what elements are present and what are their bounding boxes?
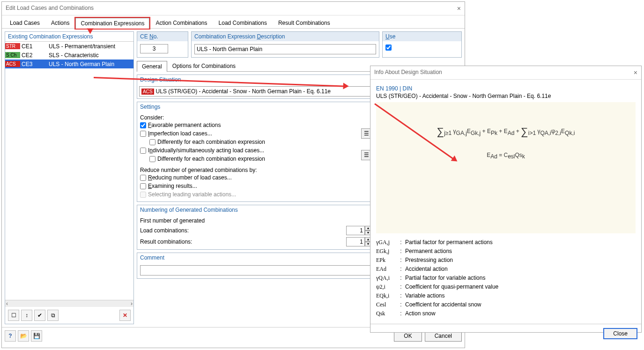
cb-examining[interactable]	[140, 183, 146, 189]
ce-list[interactable]: STR CE1 ULS - Permanent/transient S Ch C…	[5, 42, 133, 300]
legend-sym: γGA,j	[376, 239, 397, 246]
tab-load-cases[interactable]: Load Cases	[5, 17, 45, 28]
cb-diff1[interactable]	[149, 139, 155, 145]
use-checkbox[interactable]	[385, 45, 392, 51]
badge-str: STR	[5, 43, 20, 49]
consider-label: Consider:	[140, 114, 371, 121]
copy-icon[interactable]: ⧉	[47, 310, 59, 321]
ce-code: CE2	[22, 52, 49, 59]
close-icon[interactable]: ×	[634, 69, 637, 76]
num-title: Numbering of Generated Combinations	[137, 205, 374, 215]
legend-sym: EPk	[376, 257, 397, 264]
desc-panel: Combination Expression Description	[191, 31, 379, 58]
ceno-input[interactable]	[140, 44, 168, 53]
main-tabs: Load Cases Actions Combination Expressio…	[2, 15, 465, 29]
cb-individually[interactable]	[140, 148, 146, 154]
result-spinner[interactable]: ▲▼	[346, 237, 371, 246]
legend-def: Prestressing action	[405, 257, 636, 264]
legend-def: Coefficient for accidental snow	[405, 301, 636, 308]
ceno-label: CE No.	[140, 33, 158, 40]
tab-actions[interactable]: Actions	[46, 17, 74, 28]
legend-def: Partial factor for permanent actions	[405, 239, 636, 246]
close-icon[interactable]: ×	[457, 5, 461, 12]
lbl-reducing: Reducing number of load cases...	[148, 174, 232, 181]
cb-diff2[interactable]	[149, 156, 155, 162]
legend-def: Permanent actions	[405, 248, 636, 255]
lbl-selecting: Selecting leading variable actions...	[148, 191, 236, 198]
ce-desc: ULS - Permanent/transient	[49, 43, 133, 50]
use-panel: Use	[382, 31, 462, 58]
legend-def: Coefficient for quasi-permanent value	[405, 283, 636, 290]
cb-selecting	[140, 192, 146, 198]
result-spin-input[interactable]	[346, 237, 365, 246]
legend-def: Partial factor for variable actions	[405, 275, 636, 282]
ce-row-2[interactable]: S Ch CE2 SLS - Characteristic	[5, 51, 133, 60]
legend-def: Variable actions	[405, 292, 636, 299]
load-spin-input[interactable]	[346, 226, 365, 235]
check-icon[interactable]: ✔	[34, 310, 45, 321]
new-icon[interactable]: ☐	[8, 310, 19, 321]
ce-desc: SLS - Characteristic	[49, 52, 133, 59]
badge-sch: S Ch	[5, 52, 20, 58]
subtab-options[interactable]: Options for Combinations	[167, 60, 241, 71]
formula-1: ∑j≥1 γGA,jEGk,j + EPk + EAd + ∑i>1 γQA,i…	[395, 126, 617, 138]
lbl-diff1: Differently for each combination express…	[157, 139, 265, 145]
existing-panel: Existing Combination Expressions STR CE1…	[5, 31, 134, 324]
header-row: CE No. Combination Expression Descriptio…	[137, 31, 462, 58]
existing-title: Existing Combination Expressions	[5, 32, 133, 42]
library-icon[interactable]: 📂	[18, 330, 29, 342]
info-hdr1: EN 1990 | DIN	[376, 85, 636, 92]
ce-code: CE1	[22, 43, 49, 50]
lbl-individually: Individually/simultaneously acting load …	[148, 147, 264, 154]
ce-desc: ULS - North German Plain	[49, 61, 133, 67]
settings-title: Settings	[137, 102, 374, 112]
legend-sym: EQk,i	[376, 292, 397, 299]
info-titlebar: Info About Design Situation ×	[370, 66, 641, 80]
close-button[interactable]: Close	[603, 328, 637, 339]
ce-row-1[interactable]: STR CE1 ULS - Permanent/transient	[5, 42, 133, 51]
use-label: Use	[385, 33, 395, 40]
tab-combination-expressions[interactable]: Combination Expressions	[75, 18, 149, 29]
legend-sym: γQA,i	[376, 275, 397, 282]
result-label: Result combinations:	[140, 238, 192, 245]
sort-icon[interactable]: ↕	[21, 310, 32, 321]
legend-sym: EGk,j	[376, 248, 397, 255]
h-scrollbar[interactable]: ‹›	[5, 300, 133, 307]
desc-label: Combination Expression Description	[194, 33, 285, 40]
tab-action-combinations[interactable]: Action Combinations	[150, 17, 212, 28]
ceno-panel: CE No.	[137, 31, 188, 58]
formula-box: ∑j≥1 γGA,jEGk,j + EPk + EAd + ∑i>1 γQA,i…	[376, 102, 636, 233]
ce-row-3[interactable]: ACS CE3 ULS - North German Plain	[5, 60, 133, 68]
legend-def: Accidental action	[405, 266, 636, 273]
tab-result-combinations[interactable]: Result Combinations	[273, 17, 335, 28]
main-title: Edit Load Cases and Combinations	[6, 5, 94, 12]
lbl-favorable: Favorable permanent actions	[148, 122, 221, 128]
ds-value: ULS (STR/GEO) - Accidental - Snow - Nort…	[156, 88, 331, 95]
lbl-examining: Examining results...	[148, 183, 197, 189]
load-label: Load combinations:	[140, 227, 189, 234]
cb-imperfection[interactable]	[140, 131, 146, 137]
info-dialog: Info About Design Situation × EN 1990 | …	[370, 66, 642, 333]
info-body: EN 1990 | DIN ULS (STR/GEO) - Accidental…	[370, 80, 641, 324]
load-spinner[interactable]: ▲▼	[346, 226, 371, 235]
legend-sym: Qsk	[376, 310, 397, 317]
tab-load-combinations[interactable]: Load Combinations	[214, 17, 272, 28]
lbl-diff2: Differently for each combination express…	[157, 156, 265, 162]
badge-acs: ACS	[5, 61, 20, 67]
delete-icon[interactable]: ✕	[119, 310, 131, 321]
main-titlebar: Edit Load Cases and Combinations ×	[2, 2, 465, 15]
save-icon[interactable]: 💾	[31, 330, 42, 342]
desc-input[interactable]	[194, 44, 376, 54]
formula-sub2: i>1	[528, 130, 536, 136]
formula-2: EAd = CeslQsk	[395, 152, 617, 160]
help-icon[interactable]: ?	[5, 330, 16, 342]
reduce-label: Reduce number of generated combinations …	[140, 167, 371, 173]
legend-sym: EAd	[376, 266, 397, 273]
ce-code: CE3	[22, 61, 49, 67]
cb-reducing[interactable]	[140, 175, 146, 181]
subtab-general[interactable]: General	[137, 61, 167, 72]
legend-sym: Cesl	[376, 301, 397, 308]
numbering-panel: Numbering of Generated Combinations Firs…	[137, 205, 375, 250]
cb-favorable[interactable]	[140, 122, 146, 128]
info-hdr2: ULS (STR/GEO) - Accidental - Snow - Nort…	[376, 93, 636, 99]
